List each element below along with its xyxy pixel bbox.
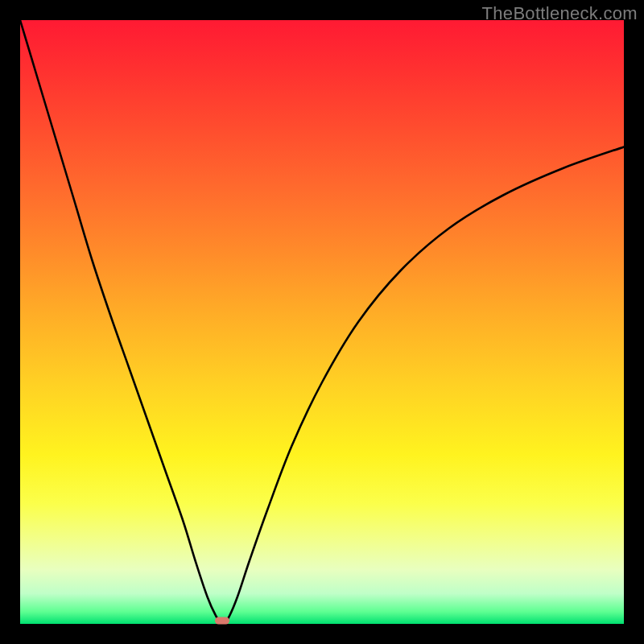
bottleneck-curve [20, 20, 624, 624]
minimum-marker [215, 617, 229, 624]
chart-frame: TheBottleneck.com [0, 0, 644, 644]
watermark-label: TheBottleneck.com [482, 3, 638, 24]
plot-area [20, 20, 624, 624]
